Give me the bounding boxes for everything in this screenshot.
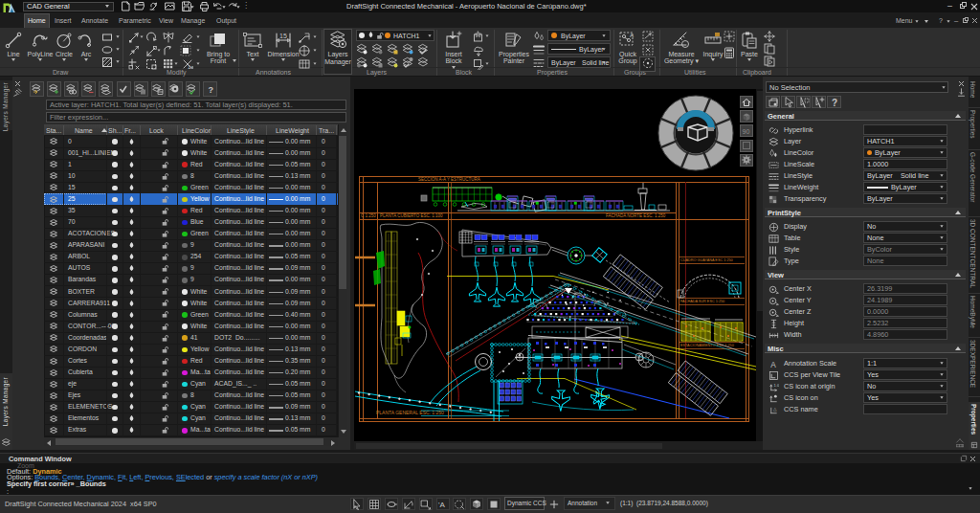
svg-text:FACHADA SUR ESC 1:250: FACHADA SUR ESC 1:250: [680, 300, 724, 303]
svg-text:A: A: [770, 360, 776, 368]
svg-text:PLANTA CUBIERTO ESC. 1:100: PLANTA CUBIERTO ESC. 1:100: [380, 213, 443, 218]
svg-text:?: ?: [208, 85, 213, 95]
svg-text:90: 90: [743, 128, 750, 135]
svg-text:?: ?: [832, 98, 837, 108]
svg-text:'A: 'A: [438, 501, 446, 509]
svg-text:FACHADA NORTE ESC. 1:250: FACHADA NORTE ESC. 1:250: [606, 213, 666, 218]
svg-text:C 1:250: C 1:250: [361, 213, 376, 218]
svg-text:△: △: [773, 406, 777, 411]
svg-text:15: 15: [279, 33, 287, 39]
svg-text:SECCION A-A Y ESTRUCTURA: SECCION A-A Y ESTRUCTURA: [418, 177, 480, 182]
svg-text:A: A: [630, 33, 634, 38]
svg-text:ESTACIONAMIENTO ESC 1:250: ESTACIONAMIENTO ESC 1:250: [680, 344, 734, 347]
svg-text:CUADRO GUAYANA ESC 1:250: CUADRO GUAYANA ESC 1:250: [680, 258, 733, 262]
svg-text:1.0: 1.0: [774, 382, 780, 387]
